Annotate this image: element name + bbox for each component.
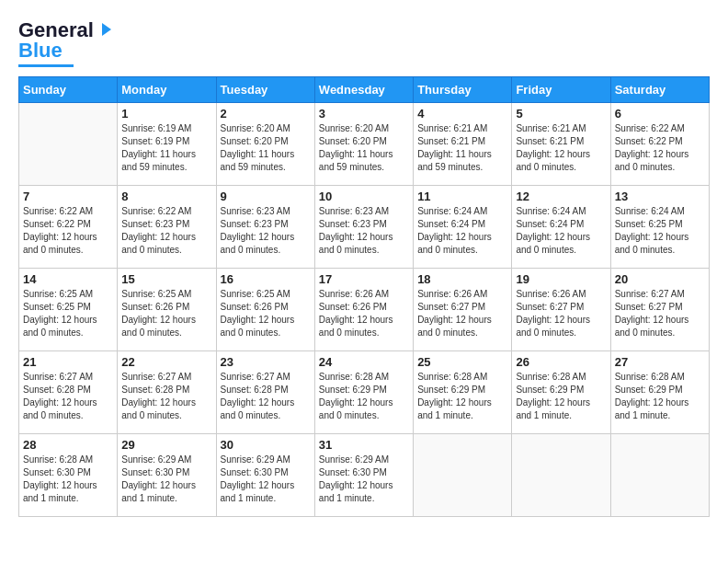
day-info: Sunrise: 6:25 AM Sunset: 6:25 PM Dayligh…: [23, 288, 113, 339]
calendar-cell: 19Sunrise: 6:26 AM Sunset: 6:27 PM Dayli…: [512, 269, 610, 351]
calendar-cell: 4Sunrise: 6:21 AM Sunset: 6:21 PM Daylig…: [414, 103, 512, 186]
calendar-cell: 22Sunrise: 6:27 AM Sunset: 6:28 PM Dayli…: [118, 351, 216, 434]
calendar-cell: 21Sunrise: 6:27 AM Sunset: 6:28 PM Dayli…: [19, 351, 118, 434]
day-info: Sunrise: 6:27 AM Sunset: 6:28 PM Dayligh…: [221, 371, 311, 422]
day-info: Sunrise: 6:23 AM Sunset: 6:23 PM Dayligh…: [319, 205, 409, 257]
calendar-cell: [414, 434, 512, 517]
day-info: Sunrise: 6:28 AM Sunset: 6:29 PM Dayligh…: [417, 371, 507, 422]
day-info: Sunrise: 6:29 AM Sunset: 6:30 PM Dayligh…: [221, 454, 311, 505]
day-info: Sunrise: 6:22 AM Sunset: 6:23 PM Dayligh…: [121, 205, 211, 257]
calendar-cell: 18Sunrise: 6:26 AM Sunset: 6:27 PM Dayli…: [414, 269, 512, 351]
calendar-cell: 31Sunrise: 6:29 AM Sunset: 6:30 PM Dayli…: [314, 434, 413, 517]
day-info: Sunrise: 6:27 AM Sunset: 6:28 PM Dayligh…: [121, 371, 211, 422]
calendar-week-row: 28Sunrise: 6:28 AM Sunset: 6:30 PM Dayli…: [19, 434, 710, 517]
calendar-week-row: 1Sunrise: 6:19 AM Sunset: 6:19 PM Daylig…: [19, 103, 710, 186]
day-info: Sunrise: 6:28 AM Sunset: 6:30 PM Dayligh…: [23, 454, 113, 505]
calendar-cell: 10Sunrise: 6:23 AM Sunset: 6:23 PM Dayli…: [314, 186, 413, 269]
calendar-cell: [610, 434, 709, 517]
day-info: Sunrise: 6:29 AM Sunset: 6:30 PM Dayligh…: [121, 454, 211, 505]
weekday-header-thursday: Thursday: [414, 77, 512, 103]
day-number: 29: [121, 438, 211, 452]
calendar-table: SundayMondayTuesdayWednesdayThursdayFrid…: [18, 76, 710, 517]
calendar-cell: 5Sunrise: 6:21 AM Sunset: 6:21 PM Daylig…: [512, 103, 610, 186]
calendar-cell: 3Sunrise: 6:20 AM Sunset: 6:20 PM Daylig…: [314, 103, 413, 186]
day-info: Sunrise: 6:22 AM Sunset: 6:22 PM Dayligh…: [615, 122, 705, 174]
day-number: 13: [615, 190, 705, 203]
day-number: 5: [516, 107, 606, 121]
day-number: 18: [417, 272, 507, 286]
calendar-cell: 12Sunrise: 6:24 AM Sunset: 6:24 PM Dayli…: [512, 186, 610, 269]
day-number: 16: [221, 272, 311, 286]
day-number: 25: [417, 355, 507, 369]
logo-blue-text: Blue: [18, 39, 63, 63]
day-number: 27: [615, 355, 705, 369]
day-number: 1: [121, 107, 211, 121]
calendar-cell: 1Sunrise: 6:19 AM Sunset: 6:19 PM Daylig…: [118, 103, 216, 186]
day-info: Sunrise: 6:22 AM Sunset: 6:22 PM Dayligh…: [23, 205, 113, 257]
day-info: Sunrise: 6:28 AM Sunset: 6:29 PM Dayligh…: [319, 371, 409, 422]
day-number: 21: [23, 355, 113, 369]
day-number: 24: [319, 355, 409, 369]
day-info: Sunrise: 6:28 AM Sunset: 6:29 PM Dayligh…: [516, 371, 606, 422]
calendar-cell: [19, 103, 118, 186]
logo-underline: [18, 64, 74, 67]
day-info: Sunrise: 6:21 AM Sunset: 6:21 PM Dayligh…: [417, 122, 507, 174]
day-number: 20: [615, 272, 705, 286]
calendar-cell: 13Sunrise: 6:24 AM Sunset: 6:25 PM Dayli…: [610, 186, 709, 269]
day-info: Sunrise: 6:27 AM Sunset: 6:28 PM Dayligh…: [23, 371, 113, 422]
day-info: Sunrise: 6:26 AM Sunset: 6:27 PM Dayligh…: [516, 288, 606, 339]
page-header: General Blue: [18, 18, 710, 67]
day-info: Sunrise: 6:29 AM Sunset: 6:30 PM Dayligh…: [319, 454, 409, 505]
day-info: Sunrise: 6:25 AM Sunset: 6:26 PM Dayligh…: [121, 288, 211, 339]
day-number: 15: [121, 272, 211, 286]
calendar-cell: 11Sunrise: 6:24 AM Sunset: 6:24 PM Dayli…: [414, 186, 512, 269]
day-info: Sunrise: 6:26 AM Sunset: 6:26 PM Dayligh…: [319, 288, 409, 339]
calendar-week-row: 14Sunrise: 6:25 AM Sunset: 6:25 PM Dayli…: [19, 269, 710, 351]
day-number: 10: [319, 190, 409, 203]
day-info: Sunrise: 6:25 AM Sunset: 6:26 PM Dayligh…: [221, 288, 311, 339]
day-number: 12: [516, 190, 606, 203]
calendar-cell: 20Sunrise: 6:27 AM Sunset: 6:27 PM Dayli…: [610, 269, 709, 351]
calendar-cell: 25Sunrise: 6:28 AM Sunset: 6:29 PM Dayli…: [414, 351, 512, 434]
weekday-header-wednesday: Wednesday: [314, 77, 413, 103]
calendar-cell: 7Sunrise: 6:22 AM Sunset: 6:22 PM Daylig…: [19, 186, 118, 269]
day-info: Sunrise: 6:20 AM Sunset: 6:20 PM Dayligh…: [221, 122, 311, 174]
calendar-cell: 9Sunrise: 6:23 AM Sunset: 6:23 PM Daylig…: [216, 186, 314, 269]
calendar-cell: 2Sunrise: 6:20 AM Sunset: 6:20 PM Daylig…: [216, 103, 314, 186]
svg-marker-0: [102, 23, 111, 36]
day-info: Sunrise: 6:21 AM Sunset: 6:21 PM Dayligh…: [516, 122, 606, 174]
weekday-header-tuesday: Tuesday: [216, 77, 314, 103]
weekday-header-friday: Friday: [512, 77, 610, 103]
calendar-cell: [512, 434, 610, 517]
day-number: 9: [221, 190, 311, 203]
day-info: Sunrise: 6:26 AM Sunset: 6:27 PM Dayligh…: [417, 288, 507, 339]
day-number: 19: [516, 272, 606, 286]
day-info: Sunrise: 6:24 AM Sunset: 6:24 PM Dayligh…: [516, 205, 606, 257]
weekday-header-saturday: Saturday: [610, 77, 709, 103]
day-number: 6: [615, 107, 705, 121]
calendar-week-row: 21Sunrise: 6:27 AM Sunset: 6:28 PM Dayli…: [19, 351, 710, 434]
calendar-cell: 29Sunrise: 6:29 AM Sunset: 6:30 PM Dayli…: [118, 434, 216, 517]
day-number: 26: [516, 355, 606, 369]
day-info: Sunrise: 6:20 AM Sunset: 6:20 PM Dayligh…: [319, 122, 409, 174]
day-info: Sunrise: 6:23 AM Sunset: 6:23 PM Dayligh…: [221, 205, 311, 257]
calendar-cell: 24Sunrise: 6:28 AM Sunset: 6:29 PM Dayli…: [314, 351, 413, 434]
calendar-cell: 8Sunrise: 6:22 AM Sunset: 6:23 PM Daylig…: [118, 186, 216, 269]
day-number: 31: [319, 438, 409, 452]
day-info: Sunrise: 6:19 AM Sunset: 6:19 PM Dayligh…: [121, 122, 211, 174]
calendar-week-row: 7Sunrise: 6:22 AM Sunset: 6:22 PM Daylig…: [19, 186, 710, 269]
calendar-cell: 28Sunrise: 6:28 AM Sunset: 6:30 PM Dayli…: [19, 434, 118, 517]
day-info: Sunrise: 6:28 AM Sunset: 6:29 PM Dayligh…: [615, 371, 705, 422]
day-number: 4: [417, 107, 507, 121]
day-number: 22: [121, 355, 211, 369]
day-info: Sunrise: 6:27 AM Sunset: 6:27 PM Dayligh…: [615, 288, 705, 339]
calendar-cell: 15Sunrise: 6:25 AM Sunset: 6:26 PM Dayli…: [118, 269, 216, 351]
calendar-cell: 27Sunrise: 6:28 AM Sunset: 6:29 PM Dayli…: [610, 351, 709, 434]
calendar-cell: 14Sunrise: 6:25 AM Sunset: 6:25 PM Dayli…: [19, 269, 118, 351]
calendar-cell: 30Sunrise: 6:29 AM Sunset: 6:30 PM Dayli…: [216, 434, 314, 517]
logo-arrow-icon: [95, 19, 115, 40]
calendar-cell: 23Sunrise: 6:27 AM Sunset: 6:28 PM Dayli…: [216, 351, 314, 434]
day-number: 28: [23, 438, 113, 452]
logo: General Blue: [18, 18, 115, 67]
weekday-header-row: SundayMondayTuesdayWednesdayThursdayFrid…: [19, 77, 710, 103]
